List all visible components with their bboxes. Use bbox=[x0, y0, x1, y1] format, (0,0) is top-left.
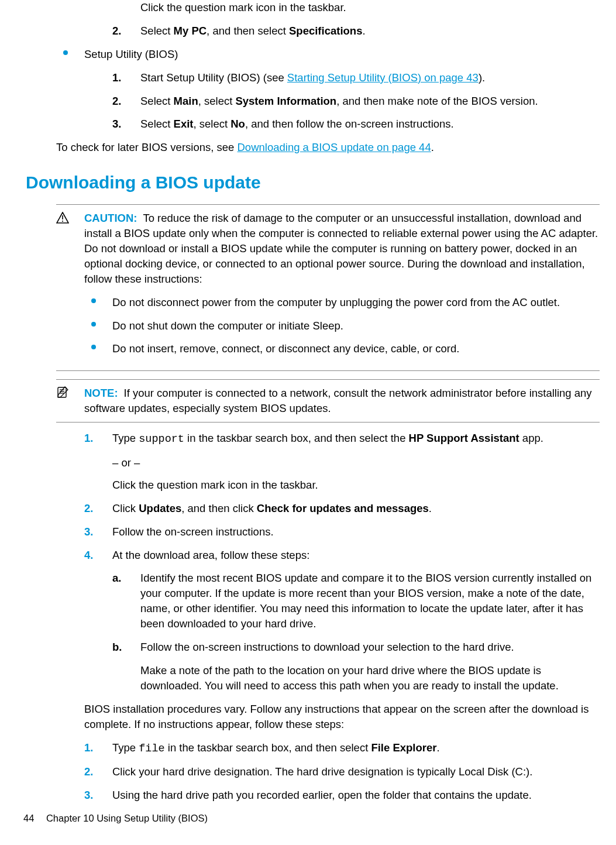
list-marker: 2. bbox=[84, 764, 93, 779]
body-text: . bbox=[362, 25, 365, 37]
body-text: BIOS installation procedures vary. Follo… bbox=[23, 702, 600, 732]
list-item: 1. Type file in the taskbar search box, … bbox=[84, 740, 600, 757]
body-text: Follow the on-screen instructions to dow… bbox=[140, 641, 514, 653]
cross-reference-link[interactable]: Downloading a BIOS update on page 44 bbox=[238, 141, 431, 153]
page-footer: 44 Chapter 10 Using Setup Utility (BIOS) bbox=[23, 812, 208, 825]
body-text: Type bbox=[112, 741, 139, 754]
body-text: Select bbox=[140, 25, 174, 37]
body-text: in the taskbar search box, and then sele… bbox=[184, 432, 409, 444]
body-text: Make a note of the path to the location … bbox=[23, 663, 600, 693]
list-item: Do not disconnect power from the compute… bbox=[84, 295, 600, 310]
list-item: 1. Start Setup Utility (BIOS) (see Start… bbox=[112, 70, 600, 85]
body-text: If your computer is connected to a netwo… bbox=[84, 387, 592, 414]
list-item: Do not shut down the computer or initiat… bbox=[84, 318, 600, 334]
bold-text: HP Support Assistant bbox=[409, 432, 519, 444]
caution-callout: CAUTION:To reduce the risk of damage to … bbox=[56, 204, 600, 371]
body-text: At the download area, follow these steps… bbox=[112, 549, 309, 561]
bold-text: My PC bbox=[174, 25, 207, 37]
body-text: To check for later BIOS versions, see Do… bbox=[23, 140, 600, 155]
list-marker: 1. bbox=[84, 740, 93, 755]
list-item: 2. Click your hard drive designation. Th… bbox=[84, 764, 600, 779]
bold-text: Specifications bbox=[289, 25, 362, 37]
list-marker: 1. bbox=[84, 431, 93, 446]
list-item: 2. Select My PC, and then select Specifi… bbox=[112, 23, 600, 39]
body-text: Setup Utility (BIOS) bbox=[84, 48, 178, 60]
code-text: file bbox=[139, 743, 164, 755]
body-text: . bbox=[431, 141, 434, 153]
list-marker: 4. bbox=[84, 548, 93, 563]
body-text: ). bbox=[479, 71, 485, 84]
bullet-icon bbox=[91, 322, 96, 327]
list-item: 2. Click Updates, and then click Check f… bbox=[84, 501, 600, 516]
body-text: Click the question mark icon in the task… bbox=[23, 478, 600, 493]
note-icon bbox=[56, 386, 69, 404]
body-text: Click your hard drive designation. The h… bbox=[112, 765, 532, 778]
body-text: To check for later BIOS versions, see bbox=[56, 141, 238, 153]
body-text: . bbox=[437, 741, 440, 754]
list-marker: 1. bbox=[112, 70, 121, 85]
list-marker: 2. bbox=[112, 94, 121, 109]
body-text: , and then follow the on-screen instruct… bbox=[245, 118, 454, 130]
list-item: 4. At the download area, follow these st… bbox=[84, 548, 600, 563]
note-label: NOTE: bbox=[84, 387, 118, 399]
body-text: Do not shut down the computer or initiat… bbox=[112, 320, 343, 332]
section-heading: Downloading a BIOS update bbox=[23, 170, 600, 195]
body-text: Identify the most recent BIOS update and… bbox=[140, 572, 591, 630]
body-text: Select bbox=[140, 118, 174, 130]
body-text: app. bbox=[519, 432, 543, 444]
page-number: 44 bbox=[23, 813, 34, 823]
code-text: support bbox=[139, 433, 184, 445]
cross-reference-link[interactable]: Starting Setup Utility (BIOS) on page 43 bbox=[287, 71, 479, 84]
bold-text: Check for updates and messages bbox=[257, 502, 429, 514]
bold-text: Exit bbox=[174, 118, 194, 130]
list-item: 1. Type support in the taskbar search bo… bbox=[84, 431, 600, 447]
list-marker: 2. bbox=[84, 501, 93, 516]
svg-point-1 bbox=[62, 221, 63, 222]
chapter-title: Chapter 10 Using Setup Utility (BIOS) bbox=[46, 813, 208, 823]
bullet-icon bbox=[91, 298, 96, 303]
bold-text: Updates bbox=[139, 502, 181, 514]
list-marker: 3. bbox=[112, 116, 121, 132]
list-marker: 3. bbox=[84, 788, 93, 803]
list-item: 3. Select Exit, select No, and then foll… bbox=[112, 116, 600, 132]
list-item: Do not insert, remove, connect, or disco… bbox=[84, 341, 600, 356]
body-text: , and then click bbox=[181, 502, 257, 514]
body-text: To reduce the risk of damage to the comp… bbox=[84, 212, 598, 285]
body-text: Using the hard drive path you recorded e… bbox=[112, 789, 532, 801]
body-text: in the taskbar search box, and then sele… bbox=[165, 741, 371, 754]
list-item: b. Follow the on-screen instructions to … bbox=[112, 640, 600, 655]
body-text: Click the question mark icon in the task… bbox=[23, 0, 600, 15]
bold-text: No bbox=[230, 118, 245, 130]
body-text: . bbox=[429, 502, 432, 514]
list-marker: b. bbox=[112, 640, 122, 655]
body-text: – or – bbox=[23, 455, 600, 470]
bold-text: Main bbox=[174, 95, 198, 107]
list-item: 2. Select Main, select System Informatio… bbox=[112, 94, 600, 109]
bold-text: File Explorer bbox=[371, 741, 436, 754]
bullet-icon bbox=[91, 345, 96, 349]
list-marker: 3. bbox=[84, 524, 93, 540]
body-text: Click bbox=[112, 502, 139, 514]
body-text: Type bbox=[112, 432, 139, 444]
body-text: Do not insert, remove, connect, or disco… bbox=[112, 342, 459, 355]
body-text: Follow the on-screen instructions. bbox=[112, 525, 274, 538]
list-marker: 2. bbox=[112, 23, 121, 39]
list-item: a. Identify the most recent BIOS update … bbox=[112, 571, 600, 631]
body-text: Do not disconnect power from the compute… bbox=[112, 296, 560, 308]
body-text: Start Setup Utility (BIOS) (see bbox=[140, 71, 287, 84]
list-marker: a. bbox=[112, 571, 121, 586]
list-item: 3. Follow the on-screen instructions. bbox=[84, 524, 600, 540]
caution-icon bbox=[56, 211, 69, 229]
bold-text: System Information bbox=[235, 95, 336, 107]
list-item: 3. Using the hard drive path you recorde… bbox=[84, 788, 600, 803]
body-text: , select bbox=[194, 118, 231, 130]
note-callout: NOTE:If your computer is connected to a … bbox=[56, 379, 600, 422]
list-item: Setup Utility (BIOS) bbox=[56, 47, 600, 62]
bullet-icon bbox=[63, 50, 68, 55]
body-text: , and then make note of the BIOS version… bbox=[336, 95, 538, 107]
body-text: Select bbox=[140, 95, 174, 107]
body-text: , and then select bbox=[207, 25, 289, 37]
body-text: , select bbox=[198, 95, 236, 107]
caution-label: CAUTION: bbox=[84, 212, 137, 224]
